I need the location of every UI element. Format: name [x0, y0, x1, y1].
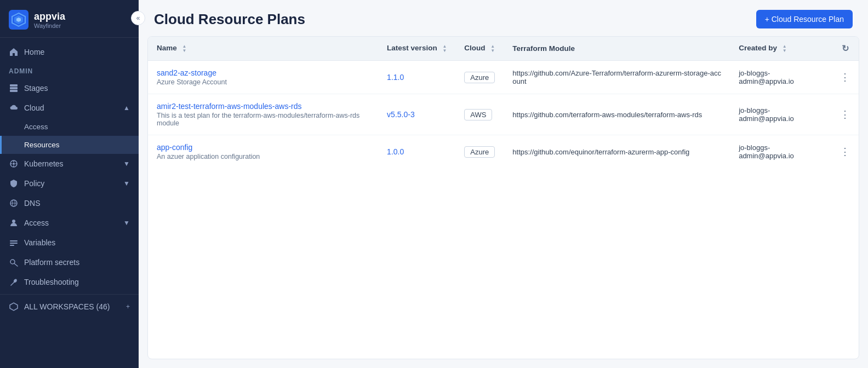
sidebar-item-stages[interactable]: Stages [0, 78, 139, 98]
svg-point-16 [12, 220, 15, 223]
sidebar-item-kubernetes-label: Kubernetes [24, 159, 64, 168]
sidebar-item-variables[interactable]: Variables [0, 233, 139, 252]
logo-wayfinder-label: Wayfinder [34, 22, 65, 29]
sidebar-item-cloud-resources[interactable]: Resources [0, 136, 139, 154]
name-sort-icon[interactable]: ▲▼ [182, 44, 187, 53]
col-header-terraform-module: Terraform Module [504, 37, 730, 61]
sidebar-item-access-label: Access [24, 219, 49, 227]
row2-cloud-cell: AWS [455, 94, 504, 135]
version-sort-icon[interactable]: ▲▼ [442, 44, 447, 53]
row3-actions-cell[interactable]: ⋮ [831, 135, 859, 169]
row1-actions-cell[interactable]: ⋮ [831, 61, 859, 94]
logo-text: appvia Wayfinder [34, 11, 65, 29]
cloud-icon [9, 103, 19, 113]
row1-module-cell: https://github.com/Azure-Terraform/terra… [504, 61, 730, 94]
row1-cloud-badge: Azure [464, 72, 495, 83]
row3-cloud-cell: Azure [455, 135, 504, 169]
svg-line-21 [15, 264, 18, 267]
svg-rect-18 [10, 243, 18, 244]
sidebar-item-policy[interactable]: Policy ▼ [0, 174, 139, 193]
svg-rect-19 [10, 245, 14, 246]
sidebar-item-all-workspaces-label: ALL WORKSPACES (46) [24, 302, 110, 311]
kubernetes-icon [9, 159, 19, 169]
sidebar-item-dns-label: DNS [24, 199, 41, 208]
row2-cloud-badge: AWS [464, 109, 492, 120]
sidebar-item-home-label: Home [24, 48, 44, 56]
created-by-sort-icon[interactable]: ▲▼ [783, 44, 787, 53]
row3-created-by-cell: jo-bloggs-admin@appvia.io [730, 135, 831, 169]
row1-created-by-cell: jo-bloggs-admin@appvia.io [730, 61, 831, 94]
page-header: Cloud Resource Plans + Cloud Resource Pl… [139, 0, 868, 36]
collapse-icon: « [136, 14, 140, 22]
row2-description: This is a test plan for the terraform-aw… [157, 112, 369, 127]
row2-module-cell: https://github.com/terraform-aws-modules… [504, 94, 730, 135]
sidebar-item-cloud-resources-label: Resources [24, 141, 60, 149]
table-header-row: Name ▲▼ Latest version ▲▼ Cloud ▲▼ Terra… [148, 37, 859, 61]
sidebar-collapse-button[interactable]: « [131, 11, 145, 25]
cloud-subnav: Access Resources [0, 118, 139, 154]
refresh-icon[interactable]: ↻ [842, 44, 849, 53]
row3-cloud-badge: Azure [464, 146, 495, 158]
sidebar-item-kubernetes[interactable]: Kubernetes ▼ [0, 154, 139, 174]
row2-name-link[interactable]: amir2-test-terraform-aws-modules-aws-rds [157, 102, 302, 111]
add-cloud-resource-plan-button[interactable]: + Cloud Resource Plan [756, 10, 853, 28]
row1-version-cell: 1.1.0 [378, 61, 455, 94]
col-header-name: Name ▲▼ [148, 37, 378, 61]
row1-name-link[interactable]: sand2-az-storage [157, 68, 216, 77]
col-header-created-by: Created by ▲▼ [730, 37, 831, 61]
sidebar-item-variables-label: Variables [24, 238, 55, 247]
variables-icon [9, 238, 19, 248]
logo-appvia-label: appvia [34, 11, 65, 22]
workspaces-icon [9, 302, 19, 312]
kubernetes-chevron-icon: ▼ [123, 160, 130, 168]
col-header-latest-version: Latest version ▲▼ [378, 37, 455, 61]
sidebar-item-troubleshooting[interactable]: Troubleshooting [0, 272, 139, 292]
sidebar-item-home[interactable]: Home [0, 42, 139, 62]
row1-description: Azure Storage Account [157, 78, 369, 86]
sidebar-item-cloud-label: Cloud [24, 104, 44, 112]
row2-name-cell: amir2-test-terraform-aws-modules-aws-rds… [148, 94, 378, 135]
sidebar-item-dns[interactable]: DNS [0, 193, 139, 213]
sidebar-nav: Home ADMIN Stages Cloud ▲ Access Resou [0, 38, 139, 368]
sidebar-item-access[interactable]: Access ▼ [0, 213, 139, 233]
sidebar-item-cloud[interactable]: Cloud ▲ [0, 98, 139, 118]
row2-version-cell: v5.5.0-3 [378, 94, 455, 135]
key-icon [9, 257, 19, 267]
home-icon [9, 47, 19, 57]
row3-version-cell: 1.0.0 [378, 135, 455, 169]
row1-cloud-cell: Azure [455, 61, 504, 94]
svg-rect-5 [10, 87, 18, 89]
sidebar-item-stages-label: Stages [24, 84, 48, 93]
cloud-resource-plans-table-container: Name ▲▼ Latest version ▲▼ Cloud ▲▼ Terra… [147, 36, 859, 359]
row3-name-link[interactable]: app-config [157, 143, 192, 152]
access-chevron-icon: ▼ [123, 219, 130, 227]
access-icon [9, 218, 19, 228]
cloud-sort-icon[interactable]: ▲▼ [490, 44, 495, 53]
logo: appvia Wayfinder [0, 0, 139, 38]
page-title: Cloud Resource Plans [154, 11, 305, 28]
policy-chevron-icon: ▼ [123, 180, 130, 187]
dns-icon [9, 198, 19, 208]
cloud-chevron-icon: ▲ [123, 104, 130, 112]
table-body: sand2-az-storage Azure Storage Account 1… [148, 61, 859, 169]
row2-actions-cell[interactable]: ⋮ [831, 94, 859, 135]
appvia-logo-icon [9, 10, 28, 30]
sidebar-divider [0, 294, 139, 295]
sidebar-item-cloud-access[interactable]: Access [0, 118, 139, 136]
row1-name-cell: sand2-az-storage Azure Storage Account [148, 61, 378, 94]
sidebar-section-admin-label: ADMIN [9, 67, 33, 75]
cloud-resource-plans-table: Name ▲▼ Latest version ▲▼ Cloud ▲▼ Terra… [148, 37, 859, 168]
workspaces-plus-icon: + [126, 303, 130, 311]
row3-name-cell: app-config An azuer application configur… [148, 135, 378, 169]
svg-rect-4 [10, 84, 18, 87]
stages-icon [9, 83, 19, 93]
col-header-cloud: Cloud ▲▼ [455, 37, 504, 61]
sidebar-item-platform-secrets-label: Platform secrets [24, 258, 79, 267]
table-row: app-config An azuer application configur… [148, 135, 859, 169]
sidebar: appvia Wayfinder Home ADMIN Stages [0, 0, 139, 368]
sidebar-section-admin: ADMIN [0, 62, 139, 78]
svg-rect-6 [10, 90, 18, 92]
sidebar-item-all-workspaces[interactable]: ALL WORKSPACES (46) + [0, 297, 139, 317]
sidebar-item-platform-secrets[interactable]: Platform secrets [0, 252, 139, 272]
table-row: amir2-test-terraform-aws-modules-aws-rds… [148, 94, 859, 135]
